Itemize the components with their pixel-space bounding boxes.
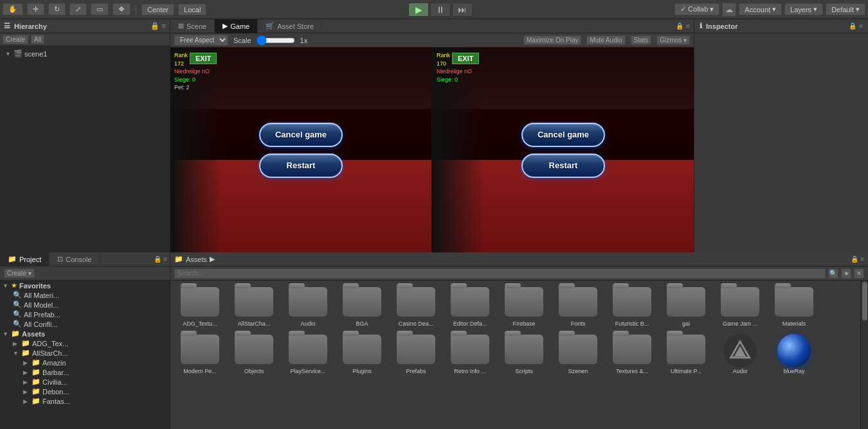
folder-icon-5: [451, 287, 489, 319]
assets-search-input[interactable]: [174, 268, 826, 279]
favorites-section[interactable]: ▼ ★ Favorites: [0, 281, 170, 290]
hierarchy-menu-icon: ≡: [162, 22, 166, 30]
play-button[interactable]: ▶: [408, 3, 429, 17]
asset-folder-item-14[interactable]: PlayService...: [282, 332, 334, 377]
asset-folder-item-3[interactable]: BGA: [336, 285, 388, 329]
tree-adg-tex[interactable]: ▶ 📁 ADG_Tex...: [0, 338, 170, 348]
restart-btn-right[interactable]: Restart: [521, 153, 605, 178]
tree-fantas[interactable]: ▶ 📁 Fantas...: [0, 396, 170, 406]
restart-btn-left[interactable]: Restart: [259, 153, 343, 178]
cloud-btn[interactable]: ☁: [722, 3, 736, 17]
asset-folder-item-2[interactable]: Audio: [282, 285, 334, 329]
asset-folder-item-5[interactable]: Editor Defa...: [444, 285, 496, 329]
scene-label: scene1: [24, 50, 47, 58]
asset-folder-item-0[interactable]: ADG_Textu...: [174, 285, 226, 329]
tab-game[interactable]: ▶ Game: [215, 19, 258, 33]
asset-folder-item-1[interactable]: AllStarCha...: [228, 285, 280, 329]
hierarchy-create-btn[interactable]: Create: [3, 35, 28, 44]
adg-tex-label: ADG_Tex...: [32, 340, 68, 347]
fantas-folder-icon: 📁: [32, 397, 41, 405]
layers-label: Layers: [790, 6, 811, 13]
barbar-label: Barbar...: [42, 369, 69, 376]
step-button[interactable]: ⏭: [452, 3, 473, 17]
layout-btn[interactable]: Default ▾: [826, 3, 865, 15]
space-btn[interactable]: Local: [178, 4, 206, 15]
scale-slider[interactable]: [257, 35, 295, 46]
fav-item-models[interactable]: 🔍 All Model...: [0, 300, 170, 310]
rotate-tool-btn[interactable]: ↻: [48, 3, 66, 15]
asset-folder-item-17[interactable]: Retro Info ...: [444, 332, 496, 377]
assets-star-btn[interactable]: ★: [841, 268, 851, 279]
hierarchy-scene-item[interactable]: ▼ 🎬 scene1: [3, 49, 167, 58]
assets-breadcrumb-icon: 📁: [174, 255, 183, 263]
folder-icon-13: [235, 335, 273, 367]
tree-debon[interactable]: ▶ 📁 Debon...: [0, 387, 170, 396]
assets-breadcrumb: Assets: [186, 256, 207, 263]
asset-folder-item-7[interactable]: Fonts: [552, 285, 604, 329]
asset-folder-item-6[interactable]: Firebase: [498, 285, 550, 329]
cancel-game-btn-right[interactable]: Cancel game: [521, 123, 605, 147]
game-view-wrapper: EXIT Rank 172 Niedreiige nO Siege: 0 Pet…: [170, 48, 694, 252]
asset-folder-item-8[interactable]: Futuristic B...: [606, 285, 658, 329]
hierarchy-all-btn[interactable]: All: [31, 35, 44, 44]
assets-tree-section[interactable]: ▼ 📁 Assets: [0, 329, 170, 338]
game-tab-icon: ▶: [222, 22, 228, 30]
pause-button[interactable]: ⏸: [430, 3, 451, 17]
asset-folder-item-22[interactable]: Audio: [714, 332, 766, 377]
gizmos-btn[interactable]: Gizmos ▾: [656, 35, 690, 45]
tree-amazin[interactable]: ▶ 📁 Amazin: [0, 358, 170, 367]
layers-btn[interactable]: Layers ▾: [784, 3, 823, 15]
rect-tool-btn[interactable]: ▭: [91, 3, 109, 15]
fav-item-materials[interactable]: 🔍 All Materi...: [0, 290, 170, 300]
tree-barbar[interactable]: ▶ 📁 Barbar...: [0, 367, 170, 377]
mute-btn[interactable]: Mute Audio: [586, 35, 625, 45]
tab-console[interactable]: ⊡ Console: [50, 252, 100, 267]
asset-folder-item-16[interactable]: Prefabs: [390, 332, 442, 377]
asset-folder-item-20[interactable]: Textures &...: [606, 332, 658, 377]
asset-folder-item-15[interactable]: Plugins: [336, 332, 388, 377]
bottom-panel: 📁 Project ⊡ Console 🔒 ≡ Create ▾ ▼ ★ Fav…: [0, 252, 868, 429]
scale-tool-btn[interactable]: ⤢: [69, 3, 87, 15]
transform-tool-btn[interactable]: ❖: [113, 3, 131, 15]
folder-icon-15: [343, 335, 381, 367]
asset-folder-item-19[interactable]: Szenen: [552, 332, 604, 377]
fav-item-conflicts[interactable]: 🔍 All Confli...: [0, 319, 170, 329]
pivot-btn[interactable]: Center: [141, 4, 174, 15]
assets-scrollbar[interactable]: [860, 281, 868, 429]
aspect-ratio-select[interactable]: Free Aspect: [174, 35, 228, 46]
asset-folder-item-11[interactable]: Materials: [768, 285, 820, 329]
asset-label-16: Prefabs: [406, 368, 426, 374]
asset-folder-item-4[interactable]: Casino Dea...: [390, 285, 442, 329]
assets-search-btn[interactable]: 🔍: [828, 268, 838, 279]
asset-folder-item-9[interactable]: gai: [660, 285, 712, 329]
asset-folder-item-23[interactable]: blueRay: [768, 332, 820, 377]
move-tool-btn[interactable]: ✛: [27, 3, 44, 15]
asset-folder-item-10[interactable]: Game Jam ...: [714, 285, 766, 329]
layout-chevron: ▾: [856, 5, 860, 13]
tree-civilia[interactable]: ▶ 📁 Civilia...: [0, 377, 170, 387]
fantas-arrow: ▶: [23, 398, 30, 405]
inspector-icon: ℹ: [700, 22, 702, 30]
assets-close-search-btn[interactable]: ✕: [854, 268, 864, 279]
account-btn[interactable]: Account ▾: [739, 3, 782, 15]
inspector-header: ℹ Inspector 🔒 ≡: [694, 19, 868, 33]
fav-item-prefabs[interactable]: 🔍 All Prefab...: [0, 310, 170, 319]
asset-folder-item-18[interactable]: Scripts: [498, 332, 550, 377]
tab-scene[interactable]: ⊞ Scene: [170, 19, 215, 33]
tab-project[interactable]: 📁 Project: [0, 252, 50, 267]
maximize-btn[interactable]: Maximize On Play: [523, 35, 582, 45]
tab-asset-store[interactable]: 🛒 Asset Store: [258, 19, 322, 33]
hand-tool-btn[interactable]: ✋: [3, 3, 23, 15]
asset-folder-item-13[interactable]: Objects: [228, 332, 280, 377]
project-create-btn[interactable]: Create ▾: [4, 268, 35, 278]
collab-btn[interactable]: ✓ Collab ▾: [674, 3, 719, 15]
fantas-label: Fantas...: [42, 398, 70, 405]
stats-btn[interactable]: Stats: [631, 35, 652, 45]
tree-allstar[interactable]: ▼ 📁 AllStarCh...: [0, 348, 170, 358]
asset-folder-item-12[interactable]: Modern Pe...: [174, 332, 226, 377]
folder-icon-11: [775, 287, 813, 319]
asset-folder-item-21[interactable]: Ultimate P...: [660, 332, 712, 377]
scene-arrow-icon: ▼: [5, 51, 12, 57]
scrollbar-thumb[interactable]: [862, 282, 867, 320]
cancel-game-btn-left[interactable]: Cancel game: [259, 123, 343, 147]
